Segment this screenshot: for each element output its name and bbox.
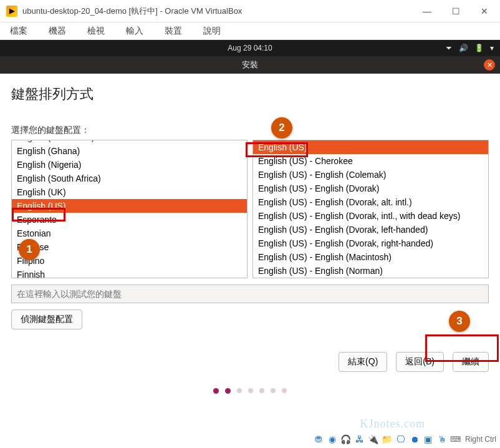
hostkey-label: Right Ctrl xyxy=(465,435,496,444)
keyboard-variant-list[interactable]: English (US)English (US) - CherokeeEngli… xyxy=(252,140,489,278)
cpu-icon[interactable]: ▣ xyxy=(423,434,434,444)
menu-view[interactable]: 檢視 xyxy=(87,26,105,37)
shared-folder-icon[interactable]: 📁 xyxy=(382,434,393,444)
list-item[interactable]: English (US) - English (Colemak) xyxy=(253,168,488,182)
virtualbox-icon: ▶ xyxy=(6,6,17,17)
clock[interactable]: Aug 29 04:10 xyxy=(228,44,272,52)
list-item[interactable]: Finnish xyxy=(12,268,247,278)
usb-icon[interactable]: 🔌 xyxy=(368,434,379,444)
list-item[interactable]: English (US) - Cherokee xyxy=(253,154,488,168)
continue-button[interactable]: 繼續 xyxy=(453,352,489,372)
dot xyxy=(282,388,287,393)
keyboard-layout-list[interactable]: English (Cameroon)English (Ghana)English… xyxy=(11,140,248,278)
power-icon[interactable]: ▾ xyxy=(490,44,494,52)
menu-devices[interactable]: 裝置 xyxy=(165,26,182,37)
network-icon[interactable]: ⏷ xyxy=(445,44,453,52)
list-item[interactable]: English (Cameroon) xyxy=(12,140,247,144)
hostkey-icon: ⌨ xyxy=(450,435,459,444)
watermark: KJnotes.com xyxy=(360,417,426,431)
audio-icon[interactable]: 🎧 xyxy=(340,434,352,444)
menu-help[interactable]: 說明 xyxy=(203,26,221,37)
display-icon[interactable]: 🖵 xyxy=(395,434,406,444)
guest-top-bar: Aug 29 04:10 ⏷ 🔊 🔋 ▾ xyxy=(0,40,500,56)
annotation-callout-3: 3 xyxy=(449,311,470,332)
progress-dots xyxy=(11,388,489,394)
maximize-button[interactable]: ☐ xyxy=(450,6,461,16)
menu-input[interactable]: 輸入 xyxy=(126,26,143,37)
optical-icon[interactable]: ◉ xyxy=(327,434,338,444)
window-titlebar: ▶ ubuntu-desktop-20_04-demo [執行中] - Orac… xyxy=(0,0,500,22)
dialog-title: 安裝 xyxy=(242,59,258,71)
dot xyxy=(225,388,231,394)
menu-file[interactable]: 檔案 xyxy=(10,26,27,37)
back-button[interactable]: 返回(B) xyxy=(396,352,444,372)
list-item[interactable]: English (US) xyxy=(12,199,247,213)
list-item[interactable]: English (UK) xyxy=(12,185,247,199)
list-item[interactable]: English (US) - English (Dvorak, left-han… xyxy=(253,223,488,236)
window-controls: — ☐ ✕ xyxy=(421,6,490,16)
recording-icon[interactable]: ⏺ xyxy=(409,434,420,444)
dot xyxy=(259,388,264,393)
list-item[interactable]: Filipino xyxy=(12,254,247,268)
dialog-close-button[interactable]: ✕ xyxy=(484,59,495,71)
close-button[interactable]: ✕ xyxy=(479,6,490,16)
list-item[interactable]: English (US) - English (Dvorak, alt. int… xyxy=(253,195,488,209)
list-item[interactable]: English (US) - English (Norman) xyxy=(253,264,488,278)
list-item[interactable]: Esperanto xyxy=(12,213,247,226)
dialog-titlebar: 安裝 ✕ xyxy=(0,56,500,74)
network-icon[interactable]: 🖧 xyxy=(354,434,365,444)
annotation-callout-1: 1 xyxy=(19,239,40,260)
annotation-callout-2: 2 xyxy=(271,117,292,139)
list-item[interactable]: English (Ghana) xyxy=(12,144,247,158)
menubar: 檔案 機器 檢視 輸入 裝置 說明 xyxy=(0,22,500,40)
hdd-icon[interactable]: ⛃ xyxy=(313,434,324,444)
dot xyxy=(271,388,276,393)
dot xyxy=(237,388,242,393)
list-item[interactable]: English (Nigeria) xyxy=(12,158,247,172)
minimize-button[interactable]: — xyxy=(421,6,433,16)
list-item[interactable]: English (South Africa) xyxy=(12,172,247,185)
window-title: ubuntu-desktop-20_04-demo [執行中] - Oracle… xyxy=(22,6,421,17)
list-item[interactable]: English (US) - English (Dvorak) xyxy=(253,182,488,195)
list-item[interactable]: English (US) xyxy=(253,140,488,154)
list-item[interactable]: English (US) - English (Dvorak, intl., w… xyxy=(253,209,488,223)
installer-content: 鍵盤排列方式 選擇您的鍵盤配置： English (Cameroon)Engli… xyxy=(0,74,500,399)
prompt-label: 選擇您的鍵盤配置： xyxy=(11,125,489,136)
page-heading: 鍵盤排列方式 xyxy=(11,85,489,104)
dot xyxy=(213,388,219,394)
detect-layout-button[interactable]: 偵測鍵盤配置 xyxy=(11,309,82,329)
virtualbox-statusbar: ⛃ ◉ 🎧 🖧 🔌 📁 🖵 ⏺ ▣ 🖱 ⌨ Right Ctrl xyxy=(4,432,496,447)
keyboard-test-input[interactable] xyxy=(11,285,489,303)
volume-icon[interactable]: 🔊 xyxy=(459,44,468,52)
dot xyxy=(248,388,253,393)
list-item[interactable]: Faroese xyxy=(12,240,247,254)
quit-button[interactable]: 結束(Q) xyxy=(339,352,387,372)
list-item[interactable]: English (US) - English (Dvorak, right-ha… xyxy=(253,236,488,250)
mouse-integration-icon[interactable]: 🖱 xyxy=(436,434,448,444)
list-item[interactable]: Estonian xyxy=(12,226,247,240)
tray-area: ⏷ 🔊 🔋 ▾ xyxy=(445,44,494,52)
menu-machine[interactable]: 機器 xyxy=(49,26,66,37)
list-item[interactable]: English (US) - English (Macintosh) xyxy=(253,250,488,264)
battery-icon[interactable]: 🔋 xyxy=(474,44,484,52)
